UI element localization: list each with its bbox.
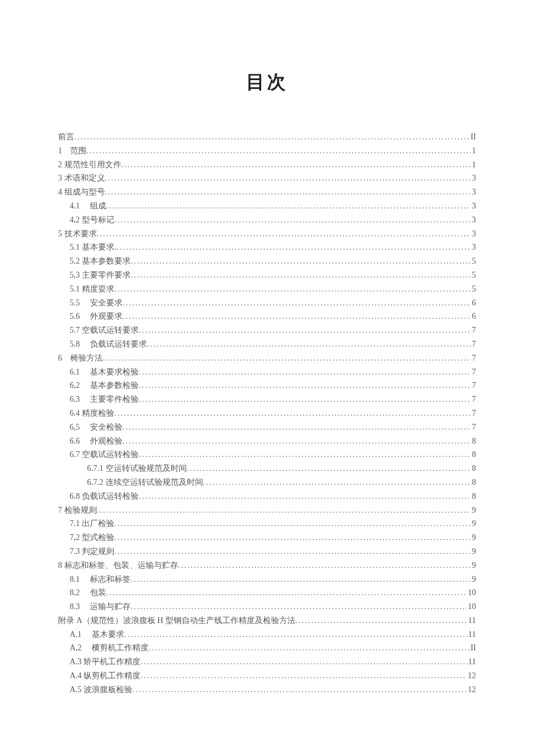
- toc-leader-dots: [122, 296, 471, 310]
- toc-entry: 7.3 判定规则9: [58, 545, 476, 559]
- toc-leader-dots: [149, 641, 470, 655]
- toc-leader-dots: [121, 158, 471, 172]
- toc-leader-dots: [131, 254, 471, 268]
- toc-entry-page: 8: [471, 434, 476, 448]
- toc-entry-label: 4,2 型号标记: [70, 213, 114, 227]
- toc-entry-label: 8.3 运输与贮存: [70, 600, 131, 614]
- toc-entry: 5.1 精度耍求5: [58, 282, 476, 296]
- toc-entry: 5.8 负载试运转要求7: [58, 337, 476, 351]
- toc-leader-dots: [105, 185, 471, 199]
- toc-entry: 8.3 运输与贮存10: [58, 600, 476, 614]
- toc-entry-page: 7: [471, 337, 476, 351]
- toc-entry-label: 7 检验规则: [58, 503, 97, 517]
- toc-entry-label: 5.6 外观要求: [70, 309, 122, 323]
- toc-entry-label: 7,2 型式检验: [70, 531, 114, 545]
- toc-leader-dots: [86, 144, 471, 158]
- toc-entry-label: 6.8 负载试运转检验: [70, 489, 139, 503]
- toc-entry: 7.1 出厂检验9: [58, 517, 476, 531]
- toc-entry-label: 3 术语和定义: [58, 171, 105, 185]
- toc-entry: 7,2 型式检验9: [58, 531, 476, 545]
- toc-entry-label: 5,3 主要零件要求: [70, 268, 131, 282]
- toc-leader-dots: [114, 545, 471, 559]
- toc-entry-page: 8: [471, 476, 476, 489]
- toc-entry: 5.6 外观要求6: [58, 309, 476, 323]
- toc-leader-dots: [122, 434, 471, 448]
- toc-entry-label: 5 技术要求: [58, 227, 97, 241]
- toc-entry-label: 5.1 基本要求.: [70, 240, 117, 254]
- toc-entry: 6.6 外观检验8: [58, 434, 476, 448]
- toc-entry-page: 8: [471, 462, 476, 476]
- toc-entry: 5.2 基本参数要求5: [58, 254, 476, 268]
- toc-entry: 1 范围1: [58, 144, 476, 158]
- toc-entry: 5.7 空载试运转要求7: [58, 323, 476, 337]
- toc-entry-page: 7: [471, 351, 476, 365]
- toc-leader-dots: [131, 268, 471, 282]
- toc-leader-dots: [97, 227, 471, 241]
- toc-entry-page: 9: [471, 531, 476, 545]
- toc-entry-label: 5.1 精度耍求: [70, 282, 114, 296]
- toc-entry-page: 3: [471, 199, 476, 213]
- toc-entry-page: 7: [471, 365, 476, 379]
- toc-entry-label: 6.6 外观检验: [70, 434, 122, 448]
- toc-entry-label: 4 组成与型号: [58, 185, 105, 199]
- toc-entry: 6.7.1 空运转试验规范及时间8: [58, 462, 476, 476]
- toc-entry-page: 11: [467, 614, 476, 628]
- toc-entry: 6.8 负载试运转检验8: [58, 489, 476, 503]
- toc-leader-dots: [139, 393, 471, 406]
- toc-entry-label: 前言: [58, 130, 74, 144]
- toc-entry: 8,2 包装10: [58, 586, 476, 600]
- toc-leader-dots: [106, 199, 471, 213]
- toc-leader-dots: [114, 517, 471, 531]
- toc-entry-page: 9: [471, 559, 476, 573]
- toc-entry-page: 7: [471, 406, 476, 420]
- toc-entry: A.4 纵剪机工作精度12: [58, 669, 476, 683]
- toc-entry: 前言II: [58, 130, 476, 144]
- toc-entry-label: A.3 矫平机工作精度: [70, 655, 140, 669]
- toc-entry-label: 6,5 安全检验: [70, 420, 122, 434]
- toc-entry-label: A,2 横剪机工作精度: [70, 641, 149, 655]
- toc-entry: 7 检验规则9: [58, 503, 476, 517]
- toc-entry-label: 6 椅验方法: [58, 351, 103, 365]
- toc-leader-dots: [131, 573, 471, 586]
- toc-entry-page: II: [470, 130, 476, 144]
- toc-entry-label: 6.7.1 空运转试验规范及时间: [87, 462, 187, 476]
- toc-entry-label: 6.1 基木要求检验: [70, 365, 139, 379]
- toc-entry-page: 5: [471, 268, 476, 282]
- toc-entry-page: 11: [467, 628, 476, 642]
- toc-entry-label: 5.8 负载试运转要求: [70, 337, 147, 351]
- toc-leader-dots: [103, 351, 471, 365]
- toc-entry: 5,3 主要零件要求5: [58, 268, 476, 282]
- toc-entry-page: 12: [467, 683, 476, 697]
- toc-entry-label: 2 规范性引用文件: [58, 158, 121, 172]
- toc-entry: 4 组成与型号3: [58, 185, 476, 199]
- toc-entry: 8 标志和标签、包装、运输与贮存9: [58, 559, 476, 573]
- toc-entry-page: 3: [471, 227, 476, 241]
- toc-entry: 6.3 主要零件检验7: [58, 393, 476, 406]
- toc-entry: 5.5 安全要求6: [58, 296, 476, 310]
- toc-entry-label: 5.5 安全要求: [70, 296, 122, 310]
- toc-leader-dots: [203, 476, 471, 489]
- toc-entry-page: 1: [471, 158, 476, 172]
- toc-entry: 3 术语和定义3: [58, 171, 476, 185]
- toc-entry: A,2 横剪机工作精度II: [58, 641, 476, 655]
- toc-entry-label: 8 标志和标签、包装、运输与贮存: [58, 559, 178, 573]
- toc-entry: 6,5 安全检验7: [58, 420, 476, 434]
- toc-entry: 6,2 基本参数检验7: [58, 379, 476, 393]
- toc-entry-label: 4.1 组成: [70, 199, 106, 213]
- toc-entry-page: 9: [471, 503, 476, 517]
- toc-leader-dots: [105, 171, 471, 185]
- toc-entry-page: 10: [467, 586, 476, 600]
- toc-entry-page: 7: [471, 379, 476, 393]
- toc-leader-dots: [124, 628, 467, 642]
- toc-entry: 6 椅验方法7: [58, 351, 476, 365]
- toc-entry-page: 10: [467, 600, 476, 614]
- toc-entry-page: 1: [471, 144, 476, 158]
- table-of-contents: 前言II1 范围12 规范性引用文件13 术语和定义34 组成与型号34.1 组…: [58, 130, 476, 697]
- toc-leader-dots: [187, 462, 471, 476]
- toc-entry-page: 5: [471, 282, 476, 296]
- toc-entry-page: 7: [471, 393, 476, 406]
- toc-entry-page: 3: [471, 240, 476, 254]
- toc-leader-dots: [139, 448, 471, 462]
- toc-entry: 5.1 基本要求.3: [58, 240, 476, 254]
- toc-leader-dots: [178, 559, 471, 573]
